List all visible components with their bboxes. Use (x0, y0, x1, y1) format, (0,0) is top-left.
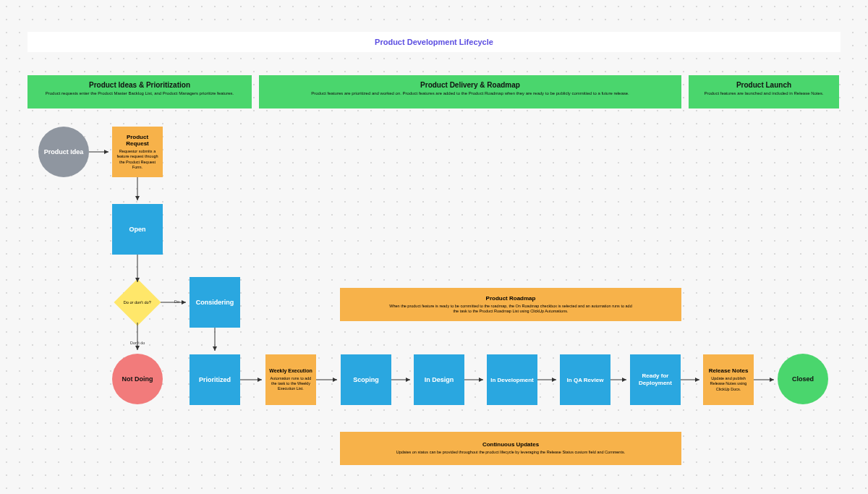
node-in-design[interactable]: In Design (414, 354, 464, 405)
lane-ideas-title: Product Ideas & Prioritization (27, 81, 252, 89)
node-product-request[interactable]: Product Request Requestor submits a feat… (112, 127, 163, 177)
node-considering[interactable]: Considering (190, 277, 240, 328)
node-release-notes[interactable]: Release Notes Update and publish Release… (703, 354, 754, 405)
node-decision-label: Do or don't do? (124, 300, 151, 305)
node-product-roadmap[interactable]: Product Roadmap When the product feature… (340, 288, 681, 321)
edge-label-do: Do (174, 299, 179, 304)
node-in-qa-review[interactable]: In QA Review (560, 354, 610, 405)
node-prioritized[interactable]: Prioritized (190, 354, 240, 405)
lane-delivery: Product Delivery & Roadmap Product featu… (259, 75, 681, 108)
lane-delivery-sub: Product features are prioritized and wor… (259, 91, 681, 95)
node-open[interactable]: Open (112, 204, 163, 255)
lane-launch: Product Launch Product features are laun… (689, 75, 839, 108)
node-scoping[interactable]: Scoping (341, 354, 391, 405)
edge-label-dont-do: Don't do (130, 341, 145, 345)
node-continuous-updates[interactable]: Continuous Updates Updates on status can… (340, 432, 681, 465)
node-in-development[interactable]: In Development (487, 354, 537, 405)
node-decision[interactable]: Do or don't do? (121, 286, 154, 319)
node-continuous-sub: Updates on status can be provided throug… (396, 450, 625, 455)
node-release-notes-sub: Update and publish Release Notes using C… (706, 376, 751, 391)
node-closed[interactable]: Closed (778, 354, 828, 404)
node-not-doing[interactable]: Not Doing (112, 354, 163, 404)
diagram-title: Product Development Lifecycle (27, 32, 841, 52)
lane-launch-title: Product Launch (689, 81, 839, 89)
lane-launch-sub: Product features are launched and includ… (689, 91, 839, 95)
node-continuous-title: Continuous Updates (482, 441, 539, 448)
lane-delivery-title: Product Delivery & Roadmap (259, 81, 681, 89)
node-product-idea[interactable]: Product Idea (38, 127, 89, 177)
node-weekly-execution[interactable]: Weekly Execution Automation runs to add … (265, 354, 316, 405)
node-weekly-title: Weekly Execution (269, 368, 312, 374)
node-roadmap-title: Product Roadmap (486, 295, 536, 302)
node-weekly-sub: Automation runs to add the task to the W… (268, 376, 313, 391)
node-roadmap-sub: When the product feature is ready to be … (343, 304, 678, 314)
lane-ideas: Product Ideas & Prioritization Product r… (27, 75, 252, 108)
lane-ideas-sub: Product requests enter the Product Maste… (27, 91, 252, 95)
node-release-notes-title: Release Notes (709, 367, 749, 374)
node-ready-for-deployment[interactable]: Ready for Deployment (630, 354, 681, 405)
node-product-request-title: Product Request (115, 134, 160, 147)
node-product-request-sub: Requestor submits a feature request thro… (115, 149, 160, 170)
